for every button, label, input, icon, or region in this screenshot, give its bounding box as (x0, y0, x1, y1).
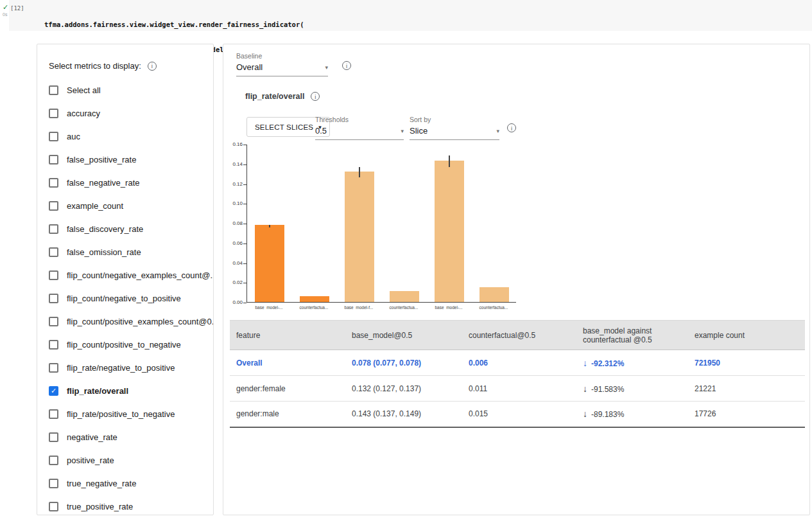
arrow-down-icon: ↓ (583, 409, 587, 419)
metric-title: flip_rate/overall (245, 92, 304, 101)
metric-checkbox-item[interactable]: false_positive_rate (37, 148, 213, 171)
checkbox-icon[interactable] (49, 201, 58, 211)
controls-info-icon[interactable]: i (507, 123, 516, 132)
metric-checkbox-item[interactable]: true_positive_rate (37, 495, 213, 515)
y-axis-tick (243, 244, 246, 244)
bar[interactable] (390, 291, 419, 302)
metric-label: flip_count/positive_examples_count@0... (67, 317, 214, 326)
metric-info-icon[interactable]: i (311, 92, 320, 101)
checkbox-icon[interactable] (49, 432, 58, 442)
metric-checkbox-item[interactable]: negative_rate (37, 425, 213, 448)
metric-label: negative_rate (67, 432, 117, 442)
change-percent: -91.583% (591, 385, 624, 394)
arrow-down-icon: ↓ (583, 358, 587, 368)
x-axis-tick-label: base_model-... (246, 305, 291, 310)
y-axis-tick (243, 283, 246, 283)
metric-label: flip_rate/overall (67, 386, 128, 396)
metric-label: false_discovery_rate (67, 224, 143, 234)
x-axis-tick-label: counterfactua... (381, 305, 426, 310)
y-axis-tick-label: 0.14 (223, 161, 243, 167)
counterfactual-cell: 0.006 (462, 350, 576, 376)
metric-label: false_omission_rate (67, 247, 141, 257)
chevron-down-icon: ▾ (401, 128, 404, 134)
metric-checkbox-item[interactable]: false_negative_rate (37, 171, 213, 194)
base-model-cell: 0.132 (0.127, 0.137) (345, 376, 462, 402)
y-axis-tick-label: 0.10 (223, 200, 243, 206)
metric-checkbox-item[interactable]: flip_rate/negative_to_positive (37, 356, 213, 379)
feature-cell: Overall (230, 350, 345, 376)
checkbox-icon[interactable] (49, 479, 58, 488)
metric-label: Select all (67, 85, 101, 95)
code-line-1: tfma.addons.fairness.view.widget_view.re… (44, 21, 304, 29)
thresholds-select[interactable]: Thresholds 0.5 ▾ (315, 116, 404, 140)
metric-checkbox-item[interactable]: true_negative_rate (37, 472, 213, 495)
metric-checkbox-item[interactable]: false_omission_rate (37, 240, 213, 263)
metric-label: flip_count/positive_to_negative (67, 340, 181, 350)
checkbox-icon[interactable] (49, 247, 58, 257)
y-axis-tick (243, 164, 246, 165)
metric-checkbox-item[interactable]: flip_count/negative_to_positive (37, 287, 213, 310)
y-axis-tick (243, 145, 246, 145)
x-axis-tick-label: counterfactua... (291, 305, 336, 310)
baseline-select[interactable]: Baseline Overall ▾ (236, 52, 328, 76)
table-row[interactable]: gender:male0.143 (0.137, 0.149)0.015↓-89… (230, 402, 805, 427)
checkbox-icon[interactable] (49, 270, 58, 280)
bar[interactable] (255, 225, 284, 302)
bar[interactable] (300, 296, 329, 302)
checkbox-icon[interactable] (49, 294, 58, 303)
cell-exec-count: [12] (10, 5, 24, 12)
metrics-info-icon[interactable]: i (148, 62, 157, 71)
metric-checkbox-item[interactable]: accuracy (37, 102, 213, 125)
sortby-select-value: Slice (410, 126, 428, 136)
checkbox-icon[interactable] (49, 317, 58, 326)
chevron-down-icon: ▾ (496, 128, 499, 134)
metric-checkbox-item[interactable]: ✓flip_rate/overall (37, 379, 213, 402)
notebook-code-cell: tfma.addons.fairness.view.widget_view.re… (9, 0, 812, 31)
metrics-table: featurebase_model@0.5counterfactual@0.5b… (230, 320, 805, 428)
metric-checkbox-item[interactable]: flip_count/positive_to_negative (37, 333, 213, 356)
feature-cell: gender:male (230, 402, 345, 427)
y-axis-tick (243, 303, 246, 303)
metric-checkbox-item[interactable]: flip_rate/positive_to_negative (37, 402, 213, 425)
bar[interactable] (345, 172, 374, 302)
metric-checkbox-item[interactable]: example_count (37, 194, 213, 217)
bar[interactable] (435, 161, 464, 302)
metric-checkbox-item[interactable]: flip_count/negative_examples_count@... (37, 263, 213, 287)
y-axis-tick-label: 0.02 (223, 279, 243, 285)
checkbox-icon[interactable] (49, 178, 58, 188)
checkbox-icon[interactable] (49, 224, 58, 234)
y-axis-tick (243, 204, 246, 204)
select-slices-label: SELECT SLICES (255, 123, 313, 131)
metric-checkbox-item[interactable]: flip_count/positive_examples_count@0... (37, 310, 213, 333)
table-row[interactable]: gender:female0.132 (0.127, 0.137)0.011↓-… (230, 376, 805, 402)
bar[interactable] (479, 287, 509, 302)
baseline-info-icon[interactable]: i (342, 61, 351, 70)
metric-checkbox-item[interactable]: Select all (37, 78, 213, 102)
checkbox-icon[interactable] (49, 155, 58, 164)
y-axis-tick-label: 0.06 (223, 240, 243, 246)
checkbox-icon[interactable] (49, 85, 58, 95)
error-bar (269, 225, 270, 228)
sortby-select[interactable]: Sort by Slice ▾ (410, 116, 499, 140)
checkbox-icon[interactable] (49, 409, 58, 419)
change-percent: -89.183% (591, 410, 624, 419)
metrics-panel: Select metrics to display: i Select alla… (37, 44, 214, 515)
metric-label: true_positive_rate (67, 502, 133, 511)
checkbox-checked-icon[interactable]: ✓ (49, 386, 58, 396)
checkbox-icon[interactable] (49, 502, 58, 511)
checkbox-icon[interactable] (49, 363, 58, 373)
table-header-cell: example count (688, 321, 805, 350)
metric-checkbox-item[interactable]: positive_rate (37, 448, 213, 472)
base-model-cell: 0.143 (0.137, 0.149) (345, 402, 462, 427)
y-axis-tick-label: 0.16 (223, 141, 243, 147)
metric-checkbox-item[interactable]: false_discovery_rate (37, 217, 213, 240)
checkbox-icon[interactable] (49, 109, 58, 118)
table-row[interactable]: Overall0.078 (0.077, 0.078)0.006↓-92.312… (230, 350, 805, 376)
y-axis-tick-label: 0.04 (223, 260, 243, 266)
checkbox-icon[interactable] (49, 456, 58, 465)
metric-label: auc (67, 132, 80, 141)
checkbox-icon[interactable] (49, 132, 58, 141)
metric-checkbox-item[interactable]: auc (37, 125, 213, 148)
checkbox-icon[interactable] (49, 340, 58, 350)
table-header-cell: base_model against counterfactual @0.5 (576, 321, 688, 350)
